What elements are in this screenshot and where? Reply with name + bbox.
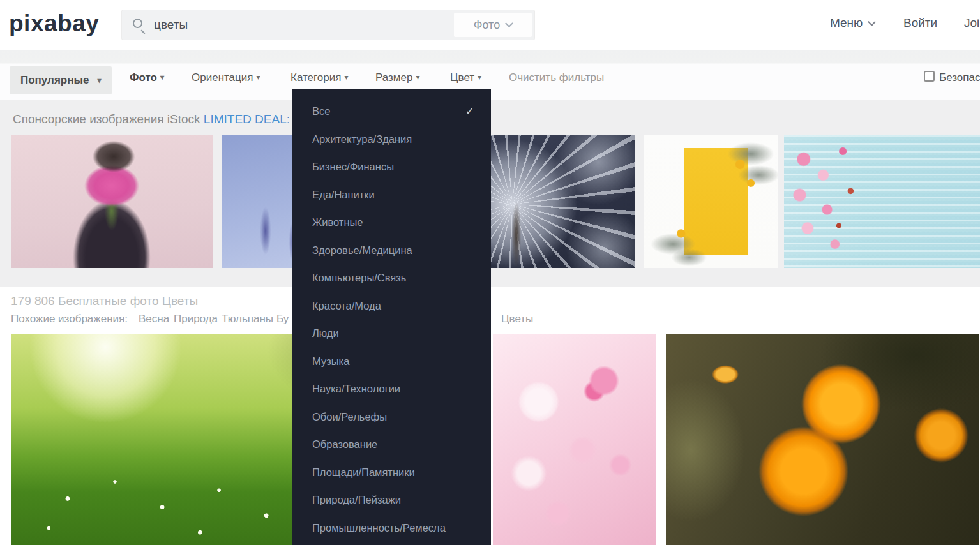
related-tag-tyulpany[interactable]: Тюльпаны: [222, 313, 273, 325]
category-option-computers[interactable]: Компьютеры/Связь: [292, 264, 491, 292]
category-option-label: Красота/Мода: [312, 300, 381, 312]
category-option-food[interactable]: Еда/Напитки: [292, 181, 491, 209]
category-option-label: Еда/Напитки: [312, 189, 375, 201]
safesearch-label: Безопасн: [939, 71, 980, 84]
pixabay-logo[interactable]: pixabay: [9, 10, 99, 37]
filter-color-label: Цвет: [450, 71, 474, 84]
caret-down-icon: ▾: [478, 73, 481, 82]
check-icon: ✓: [465, 105, 474, 118]
media-type-select[interactable]: Фото: [454, 13, 532, 37]
category-option-label: Архитектура/Здания: [312, 133, 412, 146]
caret-down-icon: ▾: [257, 73, 260, 82]
category-option-label: Обои/Рельефы: [312, 411, 387, 423]
category-option-label: Площади/Памятники: [312, 467, 415, 479]
related-tag-clipped[interactable]: Бу: [276, 313, 289, 325]
caret-down-icon: ▾: [344, 73, 348, 82]
category-option-label: Музыка: [312, 355, 349, 368]
result-image-orange-flowers[interactable]: [666, 334, 979, 545]
related-tag-tsvety[interactable]: Цветы: [501, 313, 533, 325]
clear-filters-button[interactable]: Очистить фильтры: [509, 71, 604, 84]
sponsored-image-cherry-blossom[interactable]: [784, 135, 980, 268]
filter-orientation-label: Ориентация: [192, 71, 253, 84]
filter-category-label: Категория: [290, 71, 341, 84]
sponsored-title: Спонсорские изображения iStock LIMITED D…: [13, 112, 306, 126]
filter-color[interactable]: Цвет▾: [450, 71, 481, 84]
chevron-down-icon: [868, 18, 876, 26]
category-option-label: Все: [312, 105, 330, 117]
nav-divider: [953, 11, 953, 39]
category-option-health[interactable]: Здоровье/Медицина: [292, 237, 491, 265]
filter-size-label: Размер: [375, 71, 412, 84]
sponsored-image-peony-bouquet[interactable]: [11, 135, 213, 268]
category-option-business[interactable]: Бизнес/Финансы: [292, 153, 491, 181]
result-image-pink-blossom[interactable]: [493, 334, 656, 545]
filter-size[interactable]: Размер▾: [375, 71, 419, 84]
media-type-select-label: Фото: [474, 19, 500, 32]
category-option-wallpapers[interactable]: Обои/Рельефы: [292, 403, 491, 431]
category-dropdown-menu: Все ✓ Архитектура/Здания Бизнес/Финансы …: [292, 89, 491, 545]
search-bar[interactable]: цветы Фото: [121, 10, 535, 40]
sponsored-image-yellow-card[interactable]: [644, 135, 778, 268]
category-option-label: Наука/Технологии: [312, 383, 400, 395]
category-option-label: Бизнес/Финансы: [312, 161, 394, 173]
category-option-label: Природа/Пейзажи: [312, 494, 401, 506]
filter-media-type[interactable]: Фото▾: [130, 71, 164, 84]
related-tag-vesna[interactable]: Весна: [139, 313, 169, 325]
filter-category[interactable]: Категория▾: [290, 71, 349, 84]
category-option-label: Люди: [312, 327, 339, 340]
category-option-label: Здоровье/Медицина: [312, 244, 412, 257]
sort-popular-label: Популярные: [20, 74, 89, 87]
category-option-nature[interactable]: Природа/Пейзажи: [292, 486, 491, 514]
caret-down-icon: ▾: [160, 73, 164, 82]
category-option-places[interactable]: Площади/Памятники: [292, 459, 491, 487]
menu-label: Меню: [830, 16, 863, 29]
category-option-label: Образование: [312, 438, 377, 451]
login-button[interactable]: Войти: [903, 16, 937, 30]
join-button[interactable]: Join: [964, 16, 980, 30]
category-option-label: Компьютеры/Связь: [312, 272, 406, 284]
chevron-down-icon: [505, 19, 513, 27]
category-option-all[interactable]: Все ✓: [292, 98, 491, 126]
sponsored-title-text: Спонсорские изображения iStock: [13, 112, 204, 126]
related-tag-priroda[interactable]: Природа: [174, 313, 218, 325]
category-option-people[interactable]: Люди: [292, 320, 491, 348]
category-option-label: Промышленность/Ремесла: [312, 522, 446, 534]
category-option-science[interactable]: Наука/Технологии: [292, 375, 491, 403]
caret-down-icon: ▾: [97, 76, 101, 85]
menu-button[interactable]: Меню: [830, 16, 875, 30]
header: pixabay цветы Фото Меню Войти Join: [0, 0, 980, 50]
category-option-music[interactable]: Музыка: [292, 348, 491, 376]
category-option-beauty[interactable]: Красота/Мода: [292, 292, 491, 320]
category-option-architecture[interactable]: Архитектура/Здания: [292, 126, 491, 154]
caret-down-icon: ▾: [416, 73, 419, 82]
sort-popular-dropdown[interactable]: Популярные ▾: [10, 66, 112, 94]
category-option-label: Животные: [312, 216, 363, 228]
safesearch-checkbox[interactable]: [924, 71, 935, 82]
category-option-education[interactable]: Образование: [292, 431, 491, 459]
filter-orientation[interactable]: Ориентация▾: [192, 71, 260, 84]
search-input[interactable]: цветы: [154, 18, 188, 32]
results-count: 179 806 Бесплатные фото Цветы: [11, 294, 198, 308]
filter-media-label: Фото: [130, 71, 157, 84]
category-option-industry[interactable]: Промышленность/Ремесла: [292, 514, 491, 542]
related-images-label: Похожие изображения:: [11, 313, 128, 325]
category-option-animals[interactable]: Животные: [292, 209, 491, 237]
search-icon: [133, 19, 142, 28]
